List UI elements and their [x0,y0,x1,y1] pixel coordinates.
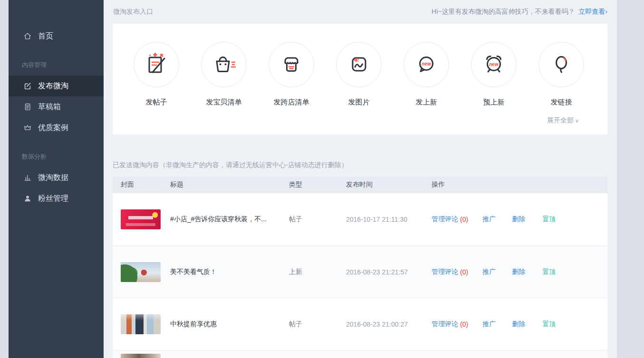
row-title: 中秋提前享优惠 [170,320,289,329]
view-now-link[interactable]: 立即查看 [578,8,605,15]
delete-link[interactable]: 删除 [512,268,525,276]
sidebar-item-label: 微淘数据 [38,173,68,183]
cross-store-list-icon [269,42,314,87]
column-header-actions: 操作 [432,180,607,189]
sidebar-item-cases[interactable]: 优质案例 [9,117,104,138]
sidebar-item-home[interactable]: 首页 [9,26,104,47]
bar-chart-icon [23,173,32,182]
publish-entries-card: 发帖子 发宝贝清单 [113,24,607,134]
entry-new-arrival[interactable]: new 发上新 [393,42,460,107]
entry-post[interactable]: 发帖子 [123,42,190,107]
sidebar-item-label: 草稿箱 [38,102,61,112]
chevron-down-icon: ∨ [575,118,579,123]
tip-text: Hi~这里有发布微淘的高富帅技巧，不来看看吗？ [432,8,575,15]
cover-thumbnail [121,314,161,334]
row-type: 上新 [289,268,346,276]
row-title: #小店_#告诉你应该穿秋装，不... [170,215,289,224]
row-publish-time: 2016-08-23 21:00:27 [346,320,432,328]
table-row: 美不美看气质！ 上新 2016-08-23 21:21:57 管理评论 (0) … [113,245,607,298]
publish-entries-row: 发帖子 发宝贝清单 [113,24,607,107]
row-type: 帖子 [289,215,346,224]
image-icon [336,42,382,87]
sidebar-item-publish[interactable]: 发布微淘 [9,75,104,96]
expand-all-label: 展开全部 [547,116,574,124]
cover-thumbnail [121,354,161,358]
new-arrival-icon: new [404,42,449,87]
sidebar-item-drafts[interactable]: 草稿箱 [9,96,104,117]
column-header-title: 标题 [170,180,289,189]
comments-count: (0) [460,268,468,276]
item-list-icon [201,42,247,87]
sidebar-item-fans[interactable]: 粉丝管理 [9,188,104,209]
sidebar-section-content: 内容管理 [9,61,104,69]
entry-label: 发链接 [528,98,595,107]
row-publish-time: 2016-08-23 21:21:57 [346,268,432,276]
column-header-cover: 封面 [113,180,170,189]
row-publish-time: 2016-10-17 21:11:30 [346,216,432,223]
sidebar-item-label: 发布微淘 [38,81,68,91]
manage-comments-link[interactable]: 管理评论 [432,215,458,224]
entry-image[interactable]: 发图片 [325,42,393,107]
link-icon [538,42,584,87]
pin-top-link[interactable]: 置顶 [542,215,556,224]
entry-label: 发宝贝清单 [190,98,258,107]
cover-thumbnail [121,209,161,229]
manage-comments-link[interactable]: 管理评论 [432,268,458,276]
topbar: 微淘发布入口 Hi~这里有发布微淘的高富帅技巧，不来看看吗？ 立即查看› [104,0,617,24]
chevron-right-icon: › [605,8,607,15]
sidebar-item-label: 优质案例 [38,123,68,133]
post-icon [134,42,179,87]
sidebar-item-label: 首页 [38,31,53,41]
svg-text:new: new [422,61,432,66]
entry-label: 发上新 [393,98,460,107]
comments-count: (0) [460,216,468,223]
page-title: 微淘发布入口 [113,8,153,16]
edit-square-icon [23,82,32,90]
table-row: 中秋提前享优惠 帖子 2016-08-23 21:00:27 管理评论 (0) … [113,298,607,350]
document-icon [23,103,32,111]
table-row: #小店_#告诉你应该穿秋装，不... 帖子 2016-10-17 21:11:3… [113,193,607,245]
delete-link[interactable]: 删除 [512,215,525,224]
sidebar-section-data: 数据分析 [9,152,104,161]
sidebar-item-label: 粉丝管理 [38,194,68,204]
promote-link[interactable]: 推广 [482,320,496,329]
entry-pre-arrival[interactable]: new 预上新 [460,42,528,107]
table-row [113,350,607,358]
sent-content-title: 已发送微淘内容（非微淘生产的内容，请通过无线运营中心-店铺动态进行删除） [104,134,617,176]
entry-label: 发图片 [325,98,393,107]
comments-count: (0) [460,320,468,328]
pre-arrival-icon: new [471,42,517,87]
row-type: 帖子 [289,320,346,329]
cover-thumbnail [121,262,161,282]
entry-label: 发帖子 [123,98,190,107]
crown-icon [23,123,32,132]
app-root: 首页 内容管理 发布微淘 草稿箱 优质案例 数据分析 微淘数 [0,0,644,358]
sidebar: 首页 内容管理 发布微淘 草稿箱 优质案例 数据分析 微淘数 [9,0,104,358]
column-header-type: 类型 [289,180,346,189]
column-header-time: 发布时间 [346,180,432,189]
entry-label: 发跨店清单 [258,98,325,107]
entry-cross-store-list[interactable]: 发跨店清单 [258,42,325,107]
user-icon [23,194,32,203]
expand-all-button[interactable]: 展开全部∨ [547,116,579,125]
entry-item-list[interactable]: 发宝贝清单 [190,42,258,107]
delete-link[interactable]: 删除 [512,320,525,329]
main-content: 微淘发布入口 Hi~这里有发布微淘的高富帅技巧，不来看看吗？ 立即查看› [104,0,617,358]
sidebar-item-weitao-data[interactable]: 微淘数据 [9,167,104,188]
pin-top-link[interactable]: 置顶 [542,268,556,276]
entry-link[interactable]: 发链接 [528,42,595,107]
promote-link[interactable]: 推广 [482,215,496,224]
tip-banner: Hi~这里有发布微淘的高富帅技巧，不来看看吗？ 立即查看› [432,8,607,16]
pin-top-link[interactable]: 置顶 [542,320,556,329]
row-title: 美不美看气质！ [170,268,289,276]
promote-link[interactable]: 推广 [482,268,496,276]
home-icon [23,32,32,40]
entry-label: 预上新 [460,98,528,107]
svg-text:new: new [489,62,499,67]
sent-content-table: 封面 标题 类型 发布时间 操作 #小店_#告诉你应该穿秋装，不... 帖子 2… [113,176,607,358]
manage-comments-link[interactable]: 管理评论 [432,320,458,329]
table-header-row: 封面 标题 类型 发布时间 操作 [113,176,607,193]
